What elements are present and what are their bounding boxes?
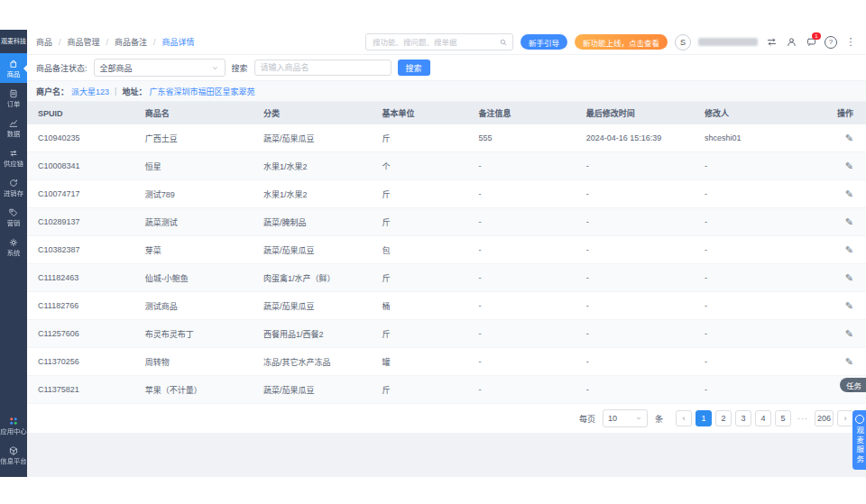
cell-modifier: - <box>697 152 805 180</box>
breadcrumb-separator: / <box>59 38 61 47</box>
cell-modified-time: - <box>579 376 697 404</box>
cell-spuid: C10074717 <box>27 180 138 208</box>
next-page-button[interactable]: › <box>837 410 853 426</box>
status-select[interactable]: 全部商品 <box>94 59 226 77</box>
sidebar-item-data[interactable]: 数据 <box>0 113 27 142</box>
avatar[interactable]: S <box>675 34 691 50</box>
cell-modifier: - <box>697 208 805 236</box>
global-search-input[interactable] <box>371 37 495 48</box>
switch-account-icon[interactable] <box>765 36 778 49</box>
per-page-select[interactable]: 10 <box>603 409 648 427</box>
document-icon <box>8 88 19 99</box>
cell-actions: ✎ <box>805 320 866 348</box>
sidebar-item-system[interactable]: 系统 <box>0 232 27 261</box>
cell-modified-time: - <box>579 264 697 292</box>
per-page-label: 每页 <box>579 413 595 425</box>
breadcrumb-item[interactable]: 商品管理 <box>68 36 100 48</box>
sidebar-spacer <box>0 261 27 410</box>
page-button-1[interactable]: 1 <box>696 410 712 426</box>
sidebar-item-label: 进销存 <box>4 190 23 197</box>
column-header: 备注信息 <box>471 102 578 124</box>
breadcrumb-item[interactable]: 商品备注 <box>115 36 147 48</box>
sidebar-item-info-platform[interactable]: 信息平台 <box>0 440 27 470</box>
task-floating-tag[interactable]: 任务 <box>840 378 866 392</box>
column-header: SPUID <box>27 102 138 124</box>
cell-unit: 个 <box>374 152 471 180</box>
help-icon[interactable]: ? <box>825 36 837 49</box>
edit-icon[interactable]: ✎ <box>845 216 853 227</box>
sidebar-item-orders[interactable]: 订单 <box>0 83 27 113</box>
service-floating-tab[interactable]: 观麦服务 <box>852 410 866 470</box>
cell-note: 555 <box>471 124 578 152</box>
edit-icon[interactable]: ✎ <box>845 188 853 199</box>
column-header: 商品名 <box>138 102 256 124</box>
user-name-redacted <box>698 38 758 46</box>
cell-unit: 斤 <box>374 208 471 236</box>
sidebar-item-goods[interactable]: 商品 <box>0 53 27 83</box>
cell-modified-time: - <box>579 320 697 348</box>
table-body: C10940235广西土豆蔬菜/茄果瓜豆斤5552024-04-16 15:16… <box>27 124 866 404</box>
cell-note: - <box>471 348 578 376</box>
cell-name: 周转物 <box>138 348 256 376</box>
edit-icon[interactable]: ✎ <box>845 244 853 255</box>
merchant-address-label: 地址： <box>122 86 146 97</box>
table-header-row: SPUID商品名分类基本单位备注信息最后修改时间修改人操作 <box>27 102 866 124</box>
cell-actions: ✎ <box>805 152 866 180</box>
page-button-5[interactable]: 5 <box>775 410 791 426</box>
column-header: 操作 <box>805 102 866 124</box>
new-feature-button[interactable]: 新功能上线，点击查看 <box>575 34 668 50</box>
guide-button[interactable]: 新手引导 <box>521 34 567 50</box>
chevron-down-icon <box>211 64 219 72</box>
table-row: C10382387芽菜蔬菜/茄果瓜豆包---✎ <box>27 236 866 264</box>
cell-modified-time: - <box>579 236 697 264</box>
page-button-206[interactable]: 206 <box>815 410 834 426</box>
sidebar-item-inventory[interactable]: 进销存 <box>0 172 27 202</box>
filter-bar: 商品备注状态: 全部商品 搜索 搜索 <box>27 55 866 81</box>
edit-icon[interactable]: ✎ <box>845 300 853 311</box>
table-row: C10940235广西土豆蔬菜/茄果瓜豆斤5552024-04-16 15:16… <box>27 124 866 152</box>
search-button[interactable]: 搜索 <box>398 60 430 76</box>
cell-spuid: C10940235 <box>27 124 138 152</box>
breadcrumb-item[interactable]: 商品 <box>36 36 52 48</box>
table-row: C11370256周转物冻品/其它水产冻品罐---✎ <box>27 348 866 376</box>
cell-spuid: C10382387 <box>27 236 138 264</box>
page-ellipsis[interactable]: ··· <box>795 410 811 426</box>
edit-icon[interactable]: ✎ <box>845 328 853 339</box>
merchant-address-link[interactable]: 广东省深圳市福田区皇家翠苑 <box>149 86 254 97</box>
cell-unit: 罐 <box>374 348 471 376</box>
cell-note: - <box>471 180 578 208</box>
product-search-input[interactable] <box>254 60 392 76</box>
edit-icon[interactable]: ✎ <box>845 356 853 367</box>
cell-category: 冻品/其它水产冻品 <box>256 348 374 376</box>
edit-icon[interactable]: ✎ <box>845 160 853 171</box>
customer-service-icon[interactable] <box>785 36 797 49</box>
sidebar-item-marketing[interactable]: 营销 <box>0 202 27 232</box>
merchant-divider: | <box>115 87 116 96</box>
cell-modified-time: 2024-04-16 15:16:39 <box>579 124 697 152</box>
products-table: SPUID商品名分类基本单位备注信息最后修改时间修改人操作 C10940235广… <box>27 102 866 404</box>
message-icon[interactable]: 1 <box>805 36 817 49</box>
global-search[interactable] <box>365 33 513 50</box>
merchant-name-link[interactable]: 派大星123 <box>71 86 109 97</box>
cell-spuid: C11182766 <box>27 292 138 320</box>
page-button-4[interactable]: 4 <box>755 410 771 426</box>
edit-icon[interactable]: ✎ <box>845 133 853 143</box>
cell-unit: 包 <box>374 236 471 264</box>
gear-icon <box>8 237 19 248</box>
sidebar-item-app-center[interactable]: 应用中心 <box>0 410 27 440</box>
more-icon[interactable]: ⋮ <box>844 36 857 49</box>
edit-icon[interactable]: ✎ <box>845 272 853 283</box>
prev-page-button[interactable]: ‹ <box>676 410 692 426</box>
page-button-2[interactable]: 2 <box>715 410 732 426</box>
topbar: 商品 / 商品管理 / 商品备注 / 商品详情 新手引导 新功能上线，点击查看 … <box>27 30 866 55</box>
merchant-bar: 商户名： 派大星123 | 地址： 广东省深圳市福田区皇家翠苑 <box>27 81 866 102</box>
cell-modifier: shceshi01 <box>697 124 805 152</box>
sidebar-item-label: 营销 <box>7 220 21 226</box>
sidebar-item-supply-chain[interactable]: 供应链 <box>0 142 27 172</box>
cell-unit: 斤 <box>374 180 471 208</box>
sidebar-item-label: 供应链 <box>4 160 23 167</box>
cell-category: 水果1/水果2 <box>256 180 374 208</box>
table-row: C10074717测试789水果1/水果2斤---✎ <box>27 180 866 208</box>
table-row: C11182463仙城-小鲍鱼肉蛋禽1/水产（鲜）斤---✎ <box>27 264 866 292</box>
page-button-3[interactable]: 3 <box>735 410 751 426</box>
